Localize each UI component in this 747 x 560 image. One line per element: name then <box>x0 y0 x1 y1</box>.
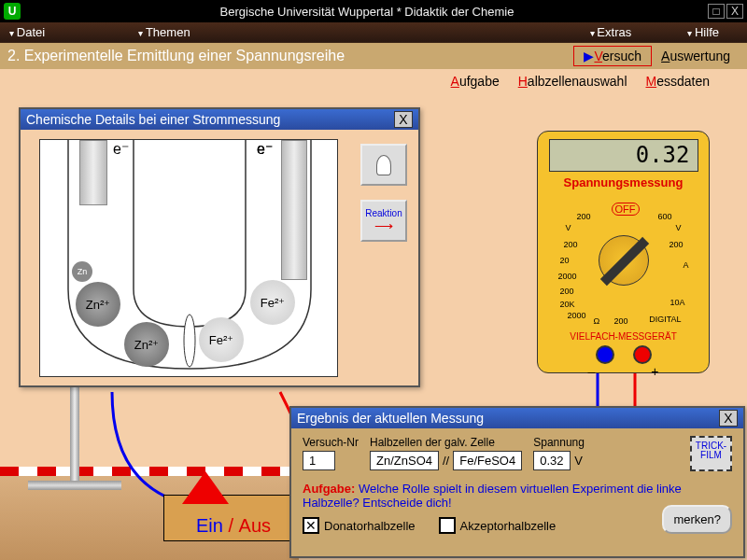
zn-atom-icon: Zn <box>72 261 92 282</box>
result-window: Ergebnis der aktuellen Messung X Versuch… <box>289 406 745 558</box>
meter-mode-label: Spannungsmessung <box>545 175 701 189</box>
chem-window-titlebar[interactable]: Chemische Details bei einer Strommessung… <box>21 109 418 130</box>
link-messdaten[interactable]: Messdaten <box>646 74 711 89</box>
multimeter: 0.32 Spannungsmessung OFF V V 200 600 20… <box>537 131 710 373</box>
right-electrode <box>281 140 307 280</box>
close-window-button[interactable]: X <box>726 4 743 19</box>
u-tube-diagram: e⁻ e⁻ e⁻ Zn Zn²⁺ Zn²⁺ Fe²⁺ Fe²⁺ <box>39 139 338 377</box>
fe-ion-1: Fe²⁺ <box>199 317 244 362</box>
zn-ion-1: Zn²⁺ <box>76 282 120 327</box>
dial-off-label: OFF <box>612 203 640 216</box>
experiment-canvas: Ein / Aus Chemische Details bei einer St… <box>0 93 747 560</box>
electron-label-right2: e⁻ <box>257 140 273 158</box>
trickfilm-button[interactable]: TRICK-FILM <box>690 436 732 471</box>
spannung-field: Spannung 0.32 V <box>533 436 585 470</box>
checkbox-icon <box>439 517 456 534</box>
switch-lever-icon[interactable] <box>182 471 229 504</box>
meter-display: 0.32 <box>549 139 698 172</box>
meter-bottom-label: VIELFACH-MESSGERÄT <box>545 331 701 342</box>
chem-window-title: Chemische Details bei einer Strommessung <box>26 112 394 127</box>
svg-point-0 <box>184 315 195 367</box>
jack-minus[interactable] <box>596 345 614 364</box>
result-window-title: Ergebnis der aktuellen Messung <box>297 411 719 426</box>
meter-dial[interactable]: OFF V V 200 600 200 200 20 A 2000 200 20… <box>558 195 689 326</box>
zn-ion-2: Zn²⁺ <box>124 322 169 367</box>
result-window-close-button[interactable]: X <box>719 410 738 427</box>
chem-details-window: Chemische Details bei einer Strommessung… <box>19 107 420 387</box>
tab-versuch[interactable]: ▶Versuch <box>573 46 652 66</box>
versuch-nr-field: Versuch-Nr 1 <box>303 436 359 470</box>
halbzellen-field: Halbzellen der galv. Zelle Zn/ZnSO4 // F… <box>370 436 522 470</box>
menu-extras[interactable]: Extras <box>590 25 632 39</box>
link-aufgabe[interactable]: Aufgabe <box>451 74 500 89</box>
checkbox-akzeptor[interactable]: Akzeptorhalbzelle <box>439 517 557 534</box>
bulb-icon <box>376 155 391 175</box>
merken-button[interactable]: merken? <box>662 505 732 534</box>
menubar: Datei Themen Extras Hilfe <box>0 22 747 43</box>
electron-label-left: e⁻ <box>113 140 129 158</box>
link-halbzellen[interactable]: Halbzellenauswahl <box>518 74 627 89</box>
maximize-button[interactable]: □ <box>708 4 725 19</box>
checkbox-donator[interactable]: ✕ Donatorhalbzelle <box>303 517 416 534</box>
bulb-button[interactable] <box>360 144 407 186</box>
subnav: Aufgabe Halbzellenauswahl Messdaten <box>0 69 747 93</box>
menu-themen[interactable]: Themen <box>138 25 190 39</box>
app-titlebar: U Bergische Universität Wuppertal * Dida… <box>0 0 747 22</box>
menu-datei[interactable]: Datei <box>9 25 45 39</box>
arrow-right-icon: ⟶ <box>374 218 393 233</box>
menu-hilfe[interactable]: Hilfe <box>687 25 719 39</box>
app-title: Bergische Universität Wuppertal * Didakt… <box>28 5 706 19</box>
chem-window-close-button[interactable]: X <box>394 111 413 128</box>
reaktion-button[interactable]: Reaktion⟶ <box>360 200 407 242</box>
result-window-titlebar[interactable]: Ergebnis der aktuellen Messung X <box>291 408 743 428</box>
checkbox-icon: ✕ <box>303 517 319 534</box>
left-electrode <box>79 140 107 205</box>
jack-plus[interactable] <box>633 345 652 364</box>
app-logo-icon: U <box>4 3 21 20</box>
tab-auswertung[interactable]: Auswertung <box>652 47 740 65</box>
fe-ion-2: Fe²⁺ <box>250 280 295 325</box>
page-header: 2. Experimentelle Ermittlung einer Spann… <box>0 43 747 69</box>
dial-knob-icon[interactable] <box>599 235 649 286</box>
page-heading: 2. Experimentelle Ermittlung einer Spann… <box>7 48 573 64</box>
